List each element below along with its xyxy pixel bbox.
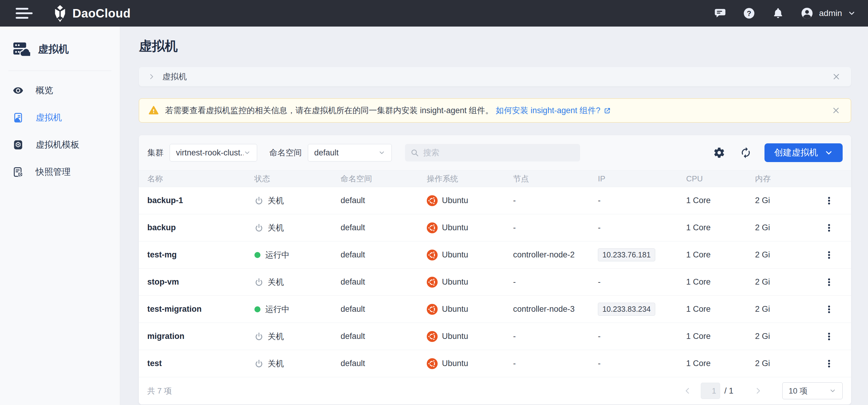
vm-memory: 2 Gi: [755, 332, 815, 341]
page-size-select[interactable]: 10 项: [782, 382, 843, 399]
sidebar-item-overview[interactable]: 概览: [0, 77, 120, 104]
vm-memory: 2 Gi: [755, 277, 815, 287]
user-menu[interactable]: admin: [800, 7, 856, 20]
vm-cpu: 1 Core: [686, 359, 755, 368]
table-row: backup-1关机defaultUbuntu--1 Core2 Gi: [139, 187, 851, 214]
search-icon: [410, 149, 419, 157]
vm-cloud-icon: [13, 41, 30, 57]
alert-close-icon[interactable]: [830, 105, 842, 116]
breadcrumb-close-icon[interactable]: [831, 71, 842, 83]
username: admin: [819, 8, 842, 18]
cluster-select[interactable]: virtnest-rook-clust...: [169, 144, 257, 161]
vm-name[interactable]: test-mg: [147, 250, 254, 259]
ip-value: -: [598, 359, 600, 368]
settings-icon[interactable]: [711, 145, 727, 161]
vm-memory: 2 Gi: [755, 250, 815, 259]
vm-ip: -: [598, 359, 686, 368]
next-page-icon[interactable]: [753, 385, 764, 396]
brand[interactable]: DaoCloud: [53, 4, 131, 22]
vm-namespace: default: [341, 332, 427, 341]
page-input[interactable]: [701, 383, 720, 399]
chevron-down-icon: [825, 149, 833, 157]
col-header-ip: IP: [598, 174, 686, 184]
power-off-icon: [254, 332, 264, 341]
vm-name[interactable]: test-migration: [147, 305, 254, 314]
status-label: 运行中: [265, 250, 290, 260]
search-input[interactable]: [423, 148, 575, 158]
chevron-down-icon: [829, 387, 836, 395]
prev-page-icon[interactable]: [682, 385, 693, 396]
row-actions-kebab-icon[interactable]: [821, 274, 837, 290]
vm-name[interactable]: backup: [147, 223, 254, 232]
table-footer: 共 7 项 / 1 10 项: [139, 377, 851, 404]
vm-memory: 2 Gi: [755, 223, 815, 232]
power-off-icon: [254, 196, 264, 205]
row-actions-kebab-icon[interactable]: [821, 193, 837, 209]
vm-os: Ubuntu: [427, 358, 513, 369]
running-status-icon: [254, 252, 260, 258]
brand-name: DaoCloud: [72, 7, 131, 20]
vm-os: Ubuntu: [427, 222, 513, 233]
search-box: [405, 144, 580, 161]
message-icon[interactable]: [713, 7, 727, 20]
chevron-down-icon: [378, 149, 385, 156]
os-label: Ubuntu: [442, 332, 468, 341]
breadcrumb: 虚拟机: [139, 67, 851, 86]
status-label: 关机: [268, 222, 284, 233]
os-label: Ubuntu: [442, 223, 468, 232]
col-header-namespace: 命名空间: [341, 174, 427, 184]
namespace-select[interactable]: default: [308, 144, 392, 161]
create-vm-button[interactable]: 创建虚拟机: [765, 143, 843, 162]
vm-actions: [815, 356, 843, 372]
sidebar-item-vm-template[interactable]: 虚拟机模板: [0, 131, 120, 158]
page-total: / 1: [724, 386, 734, 396]
menu-icon[interactable]: [16, 6, 33, 21]
page-title: 虚拟机: [139, 37, 851, 55]
sidebar-item-snapshot[interactable]: 快照管理: [0, 158, 120, 186]
row-actions-kebab-icon[interactable]: [821, 329, 837, 344]
vm-status: 关机: [254, 331, 341, 342]
vm-node: -: [513, 196, 598, 205]
vm-node: controller-node-2: [513, 250, 598, 259]
notification-icon[interactable]: [771, 7, 785, 20]
row-actions-kebab-icon[interactable]: [821, 356, 837, 372]
vm-name[interactable]: migration: [147, 332, 254, 341]
vm-status: 运行中: [254, 304, 341, 315]
sidebar-item-vm[interactable]: 虚拟机: [0, 104, 120, 131]
sidebar-item-label: 快照管理: [36, 166, 71, 178]
row-actions-kebab-icon[interactable]: [821, 302, 837, 317]
help-icon[interactable]: ?: [742, 7, 756, 20]
status-label: 关机: [268, 195, 284, 206]
sidebar-item-label: 虚拟机模板: [36, 139, 80, 151]
chevron-down-icon: [847, 9, 856, 18]
row-actions-kebab-icon[interactable]: [821, 220, 837, 236]
ubuntu-icon: [427, 304, 442, 315]
vm-name[interactable]: test: [147, 359, 254, 368]
table-header-row: 名称 状态 命名空间 操作系统 节点 IP CPU 内存: [139, 170, 851, 187]
col-header-name: 名称: [147, 174, 254, 184]
pagination: / 1 10 项: [682, 382, 843, 399]
table-row: migration关机defaultUbuntu--1 Core2 Gi: [139, 323, 851, 350]
alert-banner: 若需要查看虚拟机监控的相关信息，请在虚拟机所在的同一集群内安装 insight-…: [139, 98, 851, 123]
vm-cpu: 1 Core: [686, 332, 755, 341]
ubuntu-icon: [427, 331, 442, 342]
sidebar-menu: 概览虚拟机虚拟机模板快照管理: [0, 77, 120, 186]
row-actions-kebab-icon[interactable]: [821, 247, 837, 263]
breadcrumb-item[interactable]: 虚拟机: [162, 71, 187, 82]
alert-install-link[interactable]: 如何安装 insight-agent 组件?: [496, 105, 612, 116]
os-label: Ubuntu: [442, 359, 468, 368]
refresh-icon[interactable]: [738, 145, 754, 161]
vm-os: Ubuntu: [427, 304, 513, 315]
col-header-memory: 内存: [755, 174, 815, 184]
vm-node: -: [513, 332, 598, 341]
vm-namespace: default: [341, 359, 427, 368]
vm-status: 关机: [254, 358, 341, 369]
sidebar-item-label: 概览: [36, 85, 53, 97]
col-header-os: 操作系统: [427, 174, 513, 184]
vm-actions: [815, 274, 843, 290]
vm-node: -: [513, 223, 598, 232]
vm-cpu: 1 Core: [686, 305, 755, 314]
power-off-icon: [254, 223, 264, 232]
vm-name[interactable]: stop-vm: [147, 277, 254, 287]
vm-name[interactable]: backup-1: [147, 196, 254, 205]
